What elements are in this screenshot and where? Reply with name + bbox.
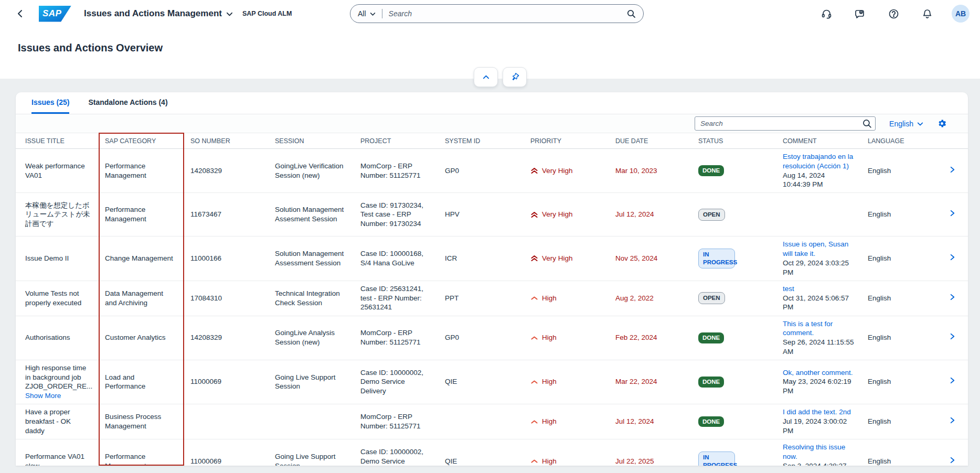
priority-high-icon	[530, 378, 538, 386]
issue-title-cell: Have a proper breakfast - OK daddy	[16, 404, 99, 439]
column-header-language[interactable]: LANGUAGE	[861, 133, 943, 149]
search-divider	[382, 9, 382, 18]
table-row[interactable]: Weak performance VA01 Performance Manage…	[16, 149, 968, 193]
row-chevron-right-icon[interactable]	[949, 166, 956, 173]
system-id-cell: QIE	[439, 360, 524, 404]
table-search-input[interactable]	[695, 116, 876, 131]
tab-standalone-actions[interactable]: Standalone Actions (4)	[88, 92, 167, 114]
back-button[interactable]	[12, 5, 29, 23]
system-id-cell: ICR	[439, 236, 524, 281]
user-avatar[interactable]: AB	[952, 5, 970, 23]
row-chevron-right-icon[interactable]	[949, 333, 956, 340]
so-number-cell: 17084310	[184, 281, 269, 316]
issue-title: Performance VA01 slow	[25, 452, 91, 466]
status-badge: IN PROGRESS	[698, 452, 735, 466]
column-header-sap-category[interactable]: SAP CATEGORY	[99, 133, 184, 149]
priority-very-high-icon	[530, 254, 538, 262]
project-cell: Case ID: 10000002, Demo Service Delivery	[354, 360, 439, 404]
table-row[interactable]: Issue Demo II Change Management 11000166…	[16, 236, 968, 281]
column-header-priority[interactable]: PRIORITY	[524, 133, 609, 149]
tab-issues[interactable]: Issues (25)	[31, 92, 69, 114]
row-chevron-right-icon[interactable]	[949, 210, 956, 217]
headset-icon[interactable]	[817, 5, 835, 23]
global-search-input[interactable]	[389, 9, 626, 18]
table-row[interactable]: Volume Tests not properly executed Data …	[16, 281, 968, 316]
project-cell: Case ID: 10000168, S/4 Hana GoLive	[354, 236, 439, 281]
system-id-cell: GP0	[439, 149, 524, 193]
column-header-system-id[interactable]: SYSTEM ID	[439, 133, 524, 149]
table-row[interactable]: Authorisations Customer Analytics 142083…	[16, 316, 968, 360]
table-row[interactable]: Performance VA01 slow Performance Manage…	[16, 439, 968, 466]
so-number-cell: 11000069	[184, 439, 269, 466]
comment-cell: Estoy trabajando en la resolución (Acció…	[776, 149, 861, 193]
collapse-header-button[interactable]	[474, 67, 498, 87]
session-cell: Going Live Support Session	[269, 360, 354, 404]
row-navigation-cell	[943, 149, 968, 193]
system-id-cell: HPV	[439, 193, 524, 236]
comment-timestamp: Sep 26, 2024 11:15:55 AM	[783, 338, 854, 357]
comment-link[interactable]: Ok, another comment.	[783, 368, 854, 378]
comment-link[interactable]: I did add the text. 2nd	[783, 407, 854, 417]
column-header-comment[interactable]: COMMENT	[776, 133, 861, 149]
row-chevron-right-icon[interactable]	[949, 377, 956, 384]
comment-timestamp: Oct 29, 2024 3:03:25 PM	[783, 259, 854, 277]
row-chevron-right-icon[interactable]	[949, 294, 956, 300]
issue-title: Authorisations	[25, 333, 91, 342]
column-header-session[interactable]: SESSION	[269, 133, 354, 149]
chat-feedback-icon[interactable]	[851, 5, 869, 23]
status-badge: IN PROGRESS	[698, 249, 735, 268]
comment-link[interactable]: Issue is open, Susan will take it.	[783, 240, 854, 259]
row-navigation-cell	[943, 404, 968, 439]
language-selector[interactable]: English	[889, 120, 923, 128]
table-row[interactable]: 本稼働を想定したボリュームテストが未計画です Performance Manag…	[16, 193, 968, 236]
column-header-project[interactable]: PROJECT	[354, 133, 439, 149]
app-title-menu[interactable]: Issues and Actions Management	[84, 8, 233, 19]
language-cell: English	[861, 281, 943, 316]
row-chevron-right-icon[interactable]	[949, 417, 956, 424]
row-navigation-cell	[943, 236, 968, 281]
comment-cell: Ok, another comment. May 23, 2024 6:02:1…	[776, 360, 861, 404]
status-cell: IN PROGRESS	[692, 439, 776, 466]
system-id-cell: PPT	[439, 281, 524, 316]
issue-title: High response time in background job ZJO…	[25, 363, 91, 391]
show-more-link[interactable]: Show More	[25, 391, 91, 401]
row-chevron-right-icon[interactable]	[949, 457, 956, 464]
comment-link[interactable]: test	[783, 284, 854, 294]
priority-high-icon	[530, 294, 538, 302]
search-icon[interactable]	[626, 9, 636, 18]
language-cell: English	[861, 193, 943, 236]
notifications-bell-icon[interactable]	[918, 5, 936, 23]
row-chevron-right-icon[interactable]	[949, 254, 956, 261]
due-date-cell: Jul 22, 2025	[609, 439, 692, 466]
table-row[interactable]: Have a proper breakfast - OK daddy Busin…	[16, 404, 968, 439]
project-cell: MomCorp - ERP Number: 51125771	[354, 149, 439, 193]
row-navigation-cell	[943, 193, 968, 236]
table-row[interactable]: High response time in background job ZJO…	[16, 360, 968, 404]
project-cell: Case ID: 10000002, Demo Service Delivery	[354, 439, 439, 466]
search-icon[interactable]	[862, 119, 872, 128]
status-badge: DONE	[698, 377, 724, 388]
table-settings-button[interactable]	[937, 119, 947, 128]
priority-label: Very High	[542, 254, 573, 263]
comment-link[interactable]: This is a test for comment.	[783, 319, 854, 338]
sap-category-cell: Performance Management	[99, 149, 184, 193]
so-number-cell: 14208329	[184, 149, 269, 193]
comment-link[interactable]: Resolving this issue now.	[783, 443, 854, 461]
priority-label: High	[542, 294, 557, 303]
help-icon[interactable]	[885, 5, 902, 23]
priority-cell: High	[524, 404, 609, 439]
column-header-so-number[interactable]: SO NUMBER	[184, 133, 269, 149]
column-header-issue-title[interactable]: ISSUE TITLE	[16, 133, 99, 149]
so-number-cell: 11000069	[184, 360, 269, 404]
issue-title: 本稼働を想定したボリュームテストが未計画です	[25, 201, 91, 229]
priority-label: High	[542, 377, 557, 386]
column-header-due-date[interactable]: DUE DATE	[609, 133, 692, 149]
comment-link[interactable]: Estoy trabajando en la resolución (Acció…	[783, 152, 854, 171]
column-header-status[interactable]: STATUS	[692, 133, 776, 149]
pin-header-button[interactable]	[503, 67, 527, 87]
language-selected: English	[889, 120, 913, 128]
priority-cell: High	[524, 316, 609, 360]
search-scope-select[interactable]: All	[358, 9, 376, 18]
so-number-cell: 14208329	[184, 316, 269, 360]
column-header-navigation	[943, 133, 968, 149]
